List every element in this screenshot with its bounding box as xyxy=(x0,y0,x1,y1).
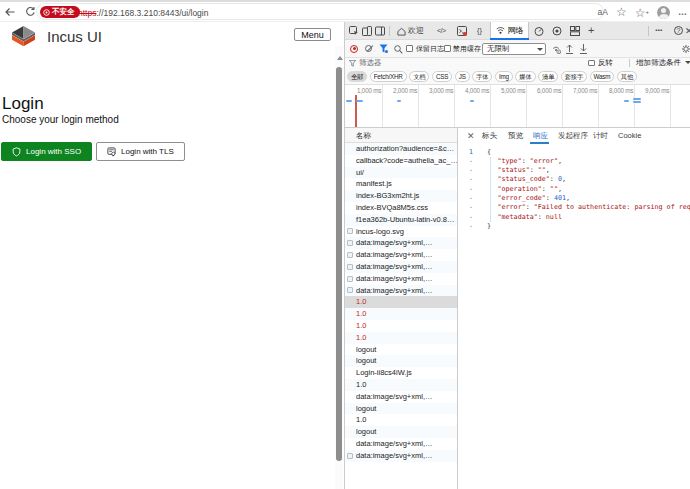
tls-certificate-icon xyxy=(107,147,116,157)
filter-pill-8[interactable]: 清单 xyxy=(538,71,558,82)
translate-icon[interactable]: aA xyxy=(598,7,608,17)
filter-pill-4[interactable]: JS xyxy=(455,71,470,82)
filter-pill-1[interactable]: Fetch/XHR xyxy=(370,71,407,82)
request-row[interactable]: index-BG3xm2ht.js xyxy=(345,190,457,202)
collections-icon[interactable]: ☆+ xyxy=(635,6,649,19)
request-name: f1ea362b-Ubuntu-latin-v0.8… xyxy=(356,215,454,224)
favorite-icon[interactable]: ☆ xyxy=(616,6,627,18)
clear-icon[interactable] xyxy=(365,45,372,52)
filter-pill-10[interactable]: Wasm xyxy=(590,71,615,82)
import-har-icon[interactable] xyxy=(565,44,574,54)
dock-side-icon[interactable] xyxy=(375,26,385,36)
back-icon[interactable] xyxy=(4,6,16,18)
request-row[interactable]: ui/ xyxy=(345,167,457,179)
network-conditions-icon[interactable] xyxy=(551,44,561,54)
response-tab-4[interactable]: 计时 xyxy=(593,128,608,144)
request-row[interactable]: 1.0 xyxy=(345,379,457,391)
timeline-label: 5,000 ms xyxy=(501,87,527,94)
filter-pill-2[interactable]: 文档 xyxy=(409,71,429,82)
request-row[interactable]: data:image/svg+xml,… xyxy=(345,450,457,462)
disable-cache-checkbox[interactable] xyxy=(444,45,451,52)
welcome-home-icon[interactable] xyxy=(397,27,406,36)
request-row[interactable]: data:image/svg+xml,… xyxy=(345,391,457,403)
request-row[interactable]: callback?code=authelia_ac_… xyxy=(345,155,457,167)
response-tab-5[interactable]: Cookie xyxy=(618,128,641,144)
devtools-tabbar: 欢迎 </> {} 网络 + ⋯ ? ✕ xyxy=(345,22,690,40)
request-row[interactable]: 1.0 xyxy=(345,320,457,332)
request-row[interactable]: 1.0 xyxy=(345,296,457,308)
request-name: index-BVQa8M5s.css xyxy=(356,203,428,212)
tab-sources-icon[interactable]: {} xyxy=(477,22,482,40)
request-row[interactable]: data:image/svg+xml,… xyxy=(345,438,457,450)
network-settings-gear-icon[interactable] xyxy=(681,44,690,54)
menu-button[interactable]: Menu xyxy=(294,28,331,41)
filter-input[interactable]: 筛选器 xyxy=(359,58,382,68)
request-row[interactable]: manifest.js xyxy=(345,178,457,190)
filter-pill-5[interactable]: 字体 xyxy=(472,71,492,82)
devtools-help-icon[interactable]: ? xyxy=(674,26,683,35)
memory-icon[interactable] xyxy=(552,26,562,36)
filter-pill-6[interactable]: Img xyxy=(495,71,513,82)
more-tabs-icon[interactable]: + xyxy=(588,21,594,39)
filter-pill-7[interactable]: 媒体 xyxy=(515,71,535,82)
login-tls-button[interactable]: Login with TLS xyxy=(96,142,185,161)
network-overview[interactable]: 1,000 ms2,000 ms3,000 ms4,000 ms5,000 ms… xyxy=(345,85,690,128)
request-row[interactable]: logout xyxy=(345,344,457,356)
response-tab-0[interactable]: 标头 xyxy=(482,128,497,144)
request-row[interactable]: logout xyxy=(345,355,457,367)
response-tab-3[interactable]: 发起程序 xyxy=(558,128,588,144)
request-row[interactable]: f1ea362b-Ubuntu-latin-v0.8… xyxy=(345,214,457,226)
export-har-icon[interactable] xyxy=(579,44,588,54)
tab-welcome[interactable]: 欢迎 xyxy=(408,22,424,40)
filter-funnel-icon[interactable] xyxy=(379,44,388,54)
device-toolbar-icon[interactable] xyxy=(362,26,372,36)
application-icon[interactable] xyxy=(570,26,580,36)
record-icon[interactable] xyxy=(350,45,358,53)
tab-elements-icon[interactable]: </> xyxy=(437,22,446,40)
filter-pill-11[interactable]: 其他 xyxy=(617,71,637,82)
request-row[interactable]: incus-logo.svg xyxy=(345,226,457,238)
preserve-log-label: 保留日志 xyxy=(416,40,444,58)
request-row[interactable]: data:image/svg+xml,… xyxy=(345,237,457,249)
response-tab-1[interactable]: 预览 xyxy=(508,128,523,144)
request-row[interactable]: data:image/svg+xml,… xyxy=(345,285,457,297)
overview-request-mark xyxy=(624,100,629,102)
response-close-icon[interactable]: ✕ xyxy=(467,129,475,145)
request-row[interactable]: 1.0 xyxy=(345,414,457,426)
browser-menu-icon[interactable]: … xyxy=(678,7,688,17)
request-row[interactable]: data:image/svg+xml,… xyxy=(345,273,457,285)
url-bar[interactable]: 不安全 https://192.168.3.210:8443/ui/login xyxy=(36,3,604,20)
performance-icon[interactable] xyxy=(534,26,544,36)
request-row[interactable]: logout xyxy=(345,426,457,438)
request-name: data:image/svg+xml,… xyxy=(356,238,433,247)
filter-pill-0[interactable]: 全部 xyxy=(347,71,367,82)
devtools-close-icon[interactable]: ✕ xyxy=(685,22,690,40)
request-row[interactable]: data:image/svg+xml,… xyxy=(345,261,457,273)
request-row[interactable]: data:image/svg+xml,… xyxy=(345,249,457,261)
login-sso-button[interactable]: Login with SSO xyxy=(1,142,92,161)
name-column-header[interactable]: 名称 xyxy=(345,128,457,143)
preserve-log-checkbox[interactable] xyxy=(406,45,413,52)
request-row[interactable]: 1.0 xyxy=(345,332,457,344)
refresh-icon[interactable] xyxy=(25,6,36,17)
filter-pill-9[interactable]: 套接字 xyxy=(561,71,587,82)
request-image-icon xyxy=(347,453,353,459)
invert-checkbox[interactable] xyxy=(588,60,595,67)
add-filter-dropdown[interactable]: 增加筛选条件 xyxy=(636,58,681,68)
request-row[interactable]: Login-ii8cs4iW.js xyxy=(345,367,457,379)
filter-pill-3[interactable]: CSS xyxy=(432,71,452,82)
request-row[interactable]: logout xyxy=(345,403,457,415)
overview-request-mark xyxy=(470,100,474,102)
not-secure-badge[interactable]: 不安全 xyxy=(40,6,80,18)
tab-network[interactable]: 网络 xyxy=(490,22,529,39)
inspect-icon[interactable] xyxy=(349,26,359,36)
request-row[interactable]: 1.0 xyxy=(345,308,457,320)
request-row[interactable]: authorization?audience=&c… xyxy=(345,143,457,155)
devtools-more-icon[interactable]: ⋯ xyxy=(655,22,663,40)
request-row[interactable]: index-BVQa8M5s.css xyxy=(345,202,457,214)
scrollbar-up-arrow[interactable] xyxy=(337,56,343,60)
add-filter-caret-icon xyxy=(685,61,690,64)
search-icon[interactable] xyxy=(394,45,403,54)
scrollbar-thumb[interactable] xyxy=(336,67,342,461)
profile-avatar[interactable] xyxy=(657,6,670,19)
